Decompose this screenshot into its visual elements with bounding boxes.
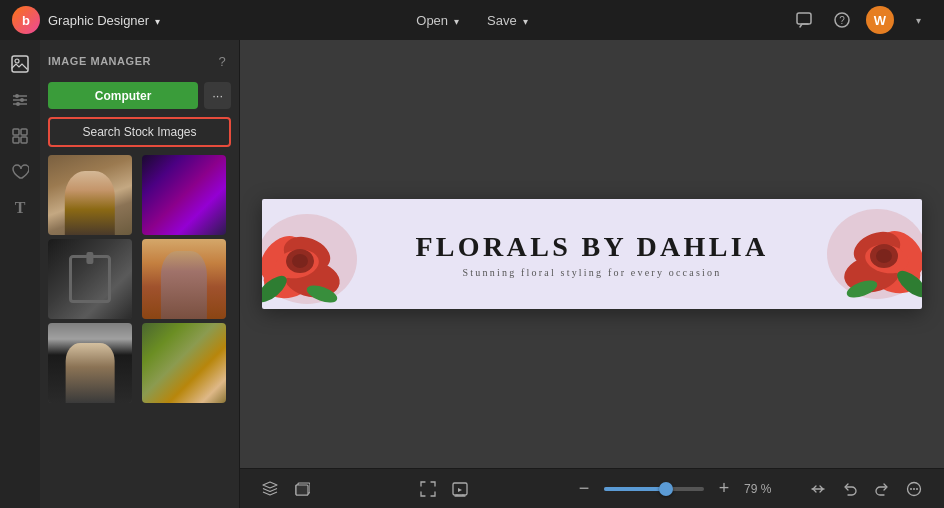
stock-image-6[interactable]	[142, 323, 226, 403]
icon-bar: T	[0, 40, 40, 508]
save-chevron	[521, 13, 528, 28]
heart-tool-button[interactable]	[4, 156, 36, 188]
svg-point-41	[913, 488, 915, 490]
svg-rect-3	[12, 56, 28, 72]
stock-image-3[interactable]	[48, 239, 132, 319]
zoom-out-button[interactable]: −	[572, 477, 596, 501]
canvas-area: FLORALS BY DAHLIA Stunning floral stylin…	[240, 40, 944, 508]
app-name-chevron	[153, 13, 160, 28]
svg-point-22	[292, 254, 308, 268]
redo-button[interactable]	[868, 475, 896, 503]
flip-button[interactable]	[804, 475, 832, 503]
panel-header: IMAGE MANAGER ?	[48, 48, 231, 74]
more-options-button[interactable]: ···	[204, 82, 231, 109]
canvas-size-controls	[414, 475, 474, 503]
images-tool-button[interactable]	[4, 48, 36, 80]
save-label: Save	[487, 13, 517, 28]
bottom-bar: − + 79 %	[240, 468, 944, 508]
grid-tool-button[interactable]	[4, 120, 36, 152]
computer-button[interactable]: Computer	[48, 82, 198, 109]
panel-help-icon[interactable]: ?	[213, 52, 231, 70]
svg-rect-12	[21, 129, 27, 135]
zoom-slider-thumb	[659, 482, 673, 496]
image-manager-panel: IMAGE MANAGER ? Computer ··· Search Stoc…	[40, 40, 240, 508]
chat-button[interactable]	[790, 6, 818, 34]
image-grid	[48, 155, 231, 403]
stock-image-1[interactable]	[48, 155, 132, 235]
logo-text: b	[22, 13, 30, 28]
canvas-workspace[interactable]: FLORALS BY DAHLIA Stunning floral stylin…	[240, 40, 944, 468]
stock-image-2[interactable]	[142, 155, 226, 235]
rose-left	[262, 199, 372, 309]
topbar-right: ? W ▾	[790, 6, 932, 34]
svg-point-9	[20, 98, 24, 102]
sliders-tool-button[interactable]	[4, 84, 36, 116]
save-button[interactable]: Save	[475, 9, 540, 32]
svg-rect-11	[13, 129, 19, 135]
svg-point-40	[910, 488, 912, 490]
open-chevron	[452, 13, 459, 28]
layers-button[interactable]	[256, 475, 284, 503]
bottom-right-icons	[804, 475, 928, 503]
user-initial: W	[874, 13, 886, 28]
user-menu-chevron[interactable]: ▾	[904, 6, 932, 34]
panel-actions: Computer ···	[48, 82, 231, 109]
topbar-center-actions: Open Save	[404, 9, 539, 32]
search-stock-button[interactable]: Search Stock Images	[48, 117, 231, 147]
stock-image-5[interactable]	[48, 323, 132, 403]
fit-canvas-button[interactable]	[414, 475, 442, 503]
open-button[interactable]: Open	[404, 9, 471, 32]
banner-text-area: FLORALS BY DAHLIA Stunning floral stylin…	[415, 231, 768, 278]
layers-controls	[256, 475, 316, 503]
svg-point-8	[15, 94, 19, 98]
svg-rect-14	[21, 137, 27, 143]
open-label: Open	[416, 13, 448, 28]
svg-point-42	[916, 488, 918, 490]
app-logo[interactable]: b	[12, 6, 40, 34]
stock-image-4[interactable]	[142, 239, 226, 319]
zoom-label: 79 %	[744, 482, 780, 496]
svg-rect-0	[797, 13, 811, 24]
pages-button[interactable]	[288, 475, 316, 503]
zoom-slider-fill	[604, 487, 666, 491]
more-options-bottom-button[interactable]	[900, 475, 928, 503]
banner-subtitle: Stunning floral styling for every occasi…	[415, 267, 768, 278]
text-tool-button[interactable]: T	[4, 192, 36, 224]
main-area: T IMAGE MANAGER ? Computer ··· Search St…	[0, 40, 944, 508]
undo-button[interactable]	[836, 475, 864, 503]
banner-title: FLORALS BY DAHLIA	[415, 231, 768, 263]
design-banner[interactable]: FLORALS BY DAHLIA Stunning floral stylin…	[262, 199, 922, 309]
user-avatar[interactable]: W	[866, 6, 894, 34]
zoom-controls: − + 79 %	[572, 477, 780, 501]
topbar: b Graphic Designer Open Save ? W	[0, 0, 944, 40]
svg-point-10	[16, 102, 20, 106]
preview-button[interactable]	[446, 475, 474, 503]
zoom-in-button[interactable]: +	[712, 477, 736, 501]
svg-rect-37	[296, 485, 308, 495]
app-name-label: Graphic Designer	[48, 13, 149, 28]
panel-title: IMAGE MANAGER	[48, 55, 151, 67]
help-button[interactable]: ?	[828, 6, 856, 34]
app-name-dropdown[interactable]: Graphic Designer	[48, 13, 160, 28]
svg-rect-13	[13, 137, 19, 143]
svg-point-32	[876, 249, 892, 263]
zoom-slider[interactable]	[604, 487, 704, 491]
svg-text:?: ?	[839, 15, 845, 26]
svg-point-4	[15, 59, 19, 63]
rose-right	[812, 199, 922, 309]
